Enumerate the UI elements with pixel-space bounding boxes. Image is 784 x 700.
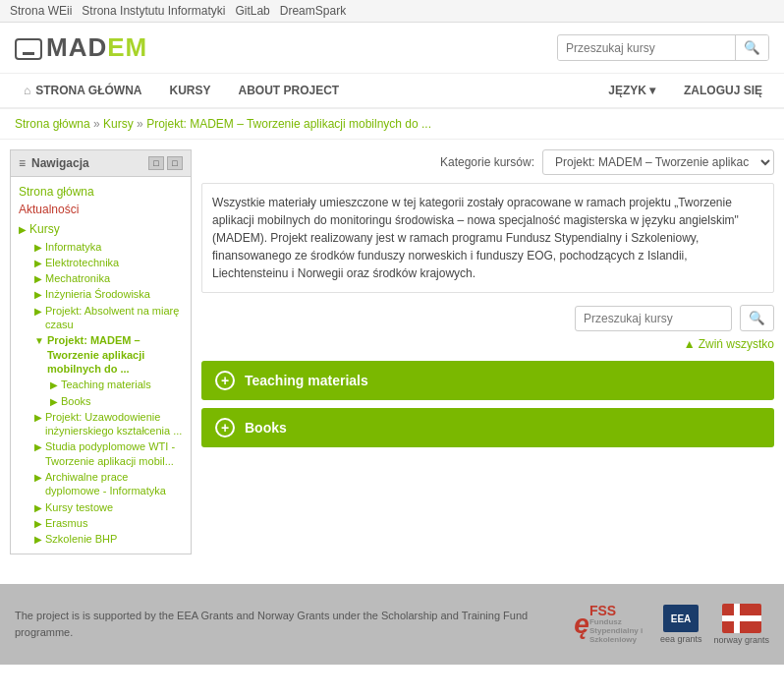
list-item: ▶ Inżynieria Środowiska	[30, 286, 187, 302]
tree-link-elektro[interactable]: Elektrotechnika	[45, 256, 119, 269]
tree-link-studia[interactable]: Studia podyplomowe WTI - Tworzenie aplik…	[45, 439, 183, 468]
topbar-link-gitlab[interactable]: GitLab	[235, 4, 269, 18]
list-item: ▶ Informatyka	[30, 239, 187, 255]
logo: MADEM	[15, 32, 147, 63]
sidebar-body: Strona główna Aktualności ▶ Kursy ▶ Info…	[10, 176, 192, 554]
toggle-all-link[interactable]: ▲ Zwiń wszystko	[684, 337, 774, 351]
tree-link-teaching[interactable]: Teaching materials	[61, 378, 151, 391]
tree-link-absolwent[interactable]: Projekt: Absolwent na miarę czasu	[45, 304, 183, 332]
breadcrumb-kursy[interactable]: Kursy	[103, 117, 134, 131]
header-search-input[interactable]	[558, 36, 735, 60]
sidebar-controls: □ □	[148, 156, 183, 170]
eea-svg: EEA	[667, 609, 695, 628]
tree-link-archiwalne[interactable]: Archiwalne prace dyplomowe - Informatyka	[45, 470, 183, 498]
main-layout: ≡ Nawigacja □ □ Strona główna Aktualnośc…	[0, 140, 784, 564]
sidebar-link-aktualnosci[interactable]: Aktualności	[15, 201, 187, 218]
tree-link-bhp[interactable]: Szkolenie BHP	[45, 532, 117, 546]
header: MADEM 🔍	[0, 23, 784, 74]
arrow-icon: ▶	[34, 441, 42, 452]
home-icon: ⌂	[24, 84, 30, 97]
navbar-item-home-label: STRONA GŁÓWNA	[35, 84, 141, 97]
list-item: ▶ Szkolenie BHP	[30, 531, 187, 547]
navbar-item-kursy-label: KURSY	[169, 84, 210, 97]
header-search: 🔍	[557, 34, 769, 61]
topbar-link-weii[interactable]: Strona WEii	[10, 4, 72, 18]
breadcrumb: Strona główna » Kursy » Projekt: MADEM –…	[0, 109, 784, 140]
sidebar-header: ≡ Nawigacja □ □	[10, 149, 192, 176]
arrow-icon: ▼	[34, 335, 44, 346]
course-label-books: Books	[245, 420, 287, 436]
arrow-icon: ▶	[34, 306, 42, 317]
description-box: Wszystkie materiały umieszczone w tej ka…	[201, 183, 774, 293]
navbar-item-home[interactable]: ⌂ STRONA GŁÓWNA	[10, 74, 155, 107]
description-text: Wszystkie materiały umieszczone w tej ka…	[212, 196, 739, 280]
navbar-item-kursy[interactable]: KURSY	[155, 74, 224, 107]
breadcrumb-home[interactable]: Strona główna	[15, 117, 90, 131]
fss-logo: ę FSS Fundusz Stypendialny i Szkoleniowy	[574, 604, 648, 645]
footer-description: The project is is supported by the EEA G…	[15, 610, 528, 638]
fss-e-letter: ę	[574, 609, 589, 640]
tree-link-testowe[interactable]: Kursy testowe	[45, 500, 113, 514]
course-block-books[interactable]: + Books	[201, 408, 774, 447]
list-item: ▶ Archiwalne prace dyplomowe - Informaty…	[30, 469, 187, 499]
list-item: ▼ Projekt: MADEM – Tworzenie aplikacji m…	[30, 332, 187, 377]
tree-link-mechatronika[interactable]: Mechatronika	[45, 271, 110, 285]
list-item: ▶ Studia podyplomowe WTI - Tworzenie apl…	[30, 438, 187, 469]
list-item: ▶ Projekt: Absolwent na miarę czasu	[30, 303, 187, 333]
content: Kategorie kursów: Projekt: MADEM – Tworz…	[201, 149, 774, 554]
sidebar-kursy-header: ▶ Kursy	[15, 221, 187, 239]
sidebar-title-label: Nawigacja	[31, 156, 89, 170]
arrow-icon: ▶	[34, 289, 42, 300]
tree-link-inzynieria[interactable]: Inżynieria Środowiska	[45, 287, 150, 301]
logo-icon	[15, 38, 42, 60]
sidebar-kursy-section: ▶ Kursy ▶ Informatyka ▶ Elektrotechnika …	[15, 221, 187, 548]
category-label: Kategorie kursów:	[440, 155, 534, 169]
content-search-button[interactable]: 🔍	[740, 305, 774, 331]
arrow-icon: ▶	[34, 242, 42, 253]
navbar-login[interactable]: ZALOGUJ SIĘ	[672, 76, 774, 105]
navbar-lang[interactable]: JĘZYK ▾	[596, 76, 667, 105]
topbar-link-dreamspark[interactable]: DreamSpark	[280, 4, 346, 18]
content-search-input[interactable]	[575, 306, 732, 331]
eea-logo: EEA eea grants	[660, 605, 702, 644]
toggle-all-label: Zwiń wszystko	[699, 337, 774, 351]
eea-icon: EEA	[663, 605, 699, 632]
navbar-lang-label: JĘZYK	[608, 84, 646, 97]
sidebar-expand-btn[interactable]: □	[167, 156, 183, 170]
navbar-item-about-label: ABOUT PROJECT	[238, 84, 339, 97]
norway-label: norway grants	[713, 635, 769, 645]
arrow-icon: ▶	[34, 518, 42, 529]
course-block-teaching[interactable]: + Teaching materials	[201, 361, 774, 400]
navbar-right: JĘZYK ▾ ZALOGUJ SIĘ	[596, 76, 774, 105]
sidebar: ≡ Nawigacja □ □ Strona główna Aktualnośc…	[10, 149, 192, 554]
topbar: Strona WEii Strona Instytutu Informatyki…	[0, 0, 784, 23]
fss-sublabel: Fundusz Stypendialny i Szkoleniowy	[589, 618, 648, 644]
sidebar-title: ≡ Nawigacja	[19, 156, 89, 170]
eea-label: eea grants	[660, 634, 702, 644]
sidebar-tree: ▶ Informatyka ▶ Elektrotechnika ▶ Mechat…	[15, 239, 187, 548]
tree-link-informatyka[interactable]: Informatyka	[45, 240, 101, 254]
norway-logo: norway grants	[713, 604, 769, 645]
sidebar-link-home[interactable]: Strona główna	[15, 183, 187, 201]
header-search-button[interactable]: 🔍	[735, 35, 768, 60]
circle-icon: +	[215, 371, 235, 390]
breadcrumb-sep2: »	[137, 117, 146, 131]
breadcrumb-project[interactable]: Projekt: MADEM – Tworzenie aplikacji mob…	[146, 117, 431, 131]
arrow-icon: ▶	[34, 273, 42, 284]
sidebar-kursy-label: Kursy	[29, 222, 60, 238]
tree-link-erasmus[interactable]: Erasmus	[45, 516, 87, 530]
topbar-link-instytut[interactable]: Strona Instytutu Informatyki	[82, 4, 225, 18]
search-row: 🔍	[201, 305, 774, 331]
tree-link-uzawodowienie[interactable]: Projekt: Uzawodowienie inżynierskiego ks…	[45, 410, 183, 438]
footer: The project is is supported by the EEA G…	[0, 584, 784, 665]
category-select[interactable]: Projekt: MADEM – Tworzenie aplikac	[542, 149, 774, 175]
fss-label: FSS	[589, 604, 648, 618]
toggle-row: ▲ Zwiń wszystko	[201, 337, 774, 351]
tree-link-books[interactable]: Books	[61, 394, 91, 408]
tree-link-madem[interactable]: Projekt: MADEM – Tworzenie aplikacji mob…	[47, 333, 183, 376]
navbar-item-about[interactable]: ABOUT PROJECT	[224, 74, 353, 107]
arrow-icon: ▶	[34, 258, 42, 268]
sidebar-collapse-btn[interactable]: □	[148, 156, 164, 170]
arrow-icon: ▶	[50, 396, 58, 407]
navbar: ⌂ STRONA GŁÓWNA KURSY ABOUT PROJECT JĘZY…	[0, 74, 784, 109]
